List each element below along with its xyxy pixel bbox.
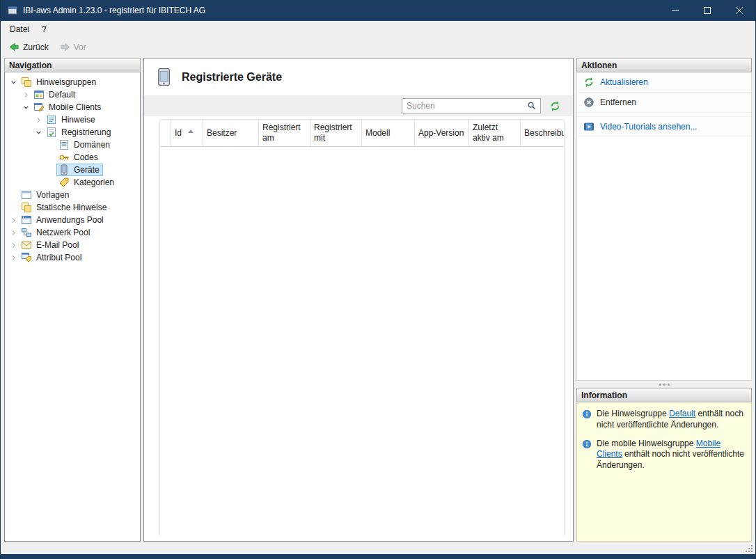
expander-spacer (8, 202, 19, 213)
column-header-app-version[interactable]: App-Version (415, 120, 469, 146)
tree-item-mobile-clients[interactable]: Mobile Clients (5, 101, 140, 113)
actions-header: Aktionen (576, 58, 752, 72)
menu-help[interactable]: ? (36, 22, 53, 36)
maximize-button[interactable] (691, 0, 723, 21)
info-text: Die mobile Hinweisgruppe Mobile Clients … (597, 439, 746, 471)
column-header-id[interactable]: Id (171, 120, 203, 146)
sort-ascending-icon (188, 129, 194, 133)
refresh-button[interactable] (548, 99, 562, 113)
remove-icon (583, 97, 594, 108)
navigation-header: Navigation (4, 58, 141, 72)
column-header-besitzer[interactable]: Besitzer (203, 120, 259, 146)
back-button[interactable]: Zurück (4, 40, 54, 54)
attribute-pool-icon (21, 252, 32, 263)
tree-item-label: Attribut Pool (35, 252, 83, 263)
chevron-right-icon[interactable] (8, 227, 19, 238)
tree-item-email-pool[interactable]: E-Mail Pool (5, 239, 140, 251)
video-icon (583, 121, 594, 132)
tree-item-attribut-pool[interactable]: Attribut Pool (5, 251, 140, 264)
expander-spacer (45, 152, 56, 163)
column-header-zuletzt-aktiv-am[interactable]: Zuletzt aktiv am (469, 120, 521, 146)
expander-spacer (8, 189, 19, 200)
action-label: Aktualisieren (600, 77, 648, 87)
close-button[interactable] (723, 0, 755, 21)
chevron-right-icon[interactable] (8, 214, 19, 226)
splitter-handle[interactable] (576, 381, 752, 388)
domains-icon (58, 139, 70, 150)
expander-spacer (45, 177, 56, 188)
tree-item-hinweisgruppen[interactable]: Hinweisgruppen (5, 76, 140, 88)
title-bar: IBI-aws Admin 1.23.0 - registriert für I… (1, 0, 755, 21)
action-video-tutorials[interactable]: Video-Tutorials ansehen... (577, 116, 751, 136)
table-body-empty (160, 147, 564, 535)
info-icon (582, 409, 592, 419)
notice-group-stack-icon (21, 77, 32, 88)
chevron-right-icon[interactable] (8, 252, 19, 263)
chevron-down-icon[interactable] (33, 127, 44, 138)
search-icon[interactable] (523, 99, 540, 113)
forward-button-label: Vor (74, 42, 86, 52)
tree-item-vorlagen[interactable]: Vorlagen (5, 189, 140, 201)
tree-item-hinweise[interactable]: Hinweise (5, 113, 140, 126)
info-icon (582, 439, 592, 449)
chevron-right-icon[interactable] (20, 89, 31, 100)
device-icon (58, 164, 70, 175)
column-header-registriert-am[interactable]: Registriert am (259, 120, 310, 146)
tree-item-registrierung[interactable]: Registrierung (5, 126, 140, 139)
network-pool-icon (21, 227, 32, 238)
tree-item-label: Default (47, 89, 77, 100)
column-header-registriert-mit[interactable]: Registriert mit (310, 120, 362, 146)
tree-item-statische-hinweise[interactable]: Statische Hinweise (5, 201, 140, 214)
tree-item-anwendungs-pool[interactable]: Anwendungs Pool (5, 214, 140, 226)
forward-button: Vor (55, 40, 91, 54)
tree-item-label: Codes (72, 152, 100, 163)
action-entfernen[interactable]: Entfernen (577, 93, 751, 113)
expander-spacer (45, 139, 56, 150)
tree-item-default[interactable]: Default (5, 88, 140, 101)
chevron-down-icon[interactable] (8, 77, 19, 88)
key-icon (58, 152, 70, 163)
chevron-right-icon[interactable] (33, 114, 44, 125)
menu-datei[interactable]: Datei (3, 22, 36, 36)
tree-item-domaenen[interactable]: Domänen (5, 139, 140, 151)
app-window: IBI-aws Admin 1.23.0 - registriert für I… (0, 0, 756, 559)
info-text: Die Hinweisgruppe Default enthält noch n… (597, 409, 746, 431)
status-bar (1, 543, 755, 554)
actions-list: Aktualisieren Entfernen Video-Tutorials … (576, 72, 752, 381)
tree-item-kategorien[interactable]: Kategorien (5, 176, 140, 189)
column-header-beschreibung[interactable]: Beschreibung (521, 120, 565, 146)
menu-bar: Datei ? (1, 21, 755, 38)
navigation-panel: Navigation Hinweisgruppen Default Mobile… (4, 58, 141, 542)
column-header-modell[interactable]: Modell (362, 120, 415, 146)
info-link-default[interactable]: Default (669, 409, 695, 418)
device-large-icon (157, 68, 172, 87)
registration-icon (46, 127, 57, 138)
refresh-icon (549, 100, 561, 112)
search-input[interactable] (402, 101, 523, 111)
task-panel: Aktionen Aktualisieren Entfernen Video-T… (576, 58, 752, 542)
chevron-down-icon[interactable] (20, 102, 31, 113)
tree-item-label: Mobile Clients (47, 102, 102, 113)
refresh-icon (583, 77, 594, 88)
chevron-right-icon[interactable] (8, 239, 19, 251)
content-area: Navigation Hinweisgruppen Default Mobile… (1, 56, 755, 543)
resize-grip[interactable] (746, 545, 753, 553)
action-aktualisieren[interactable]: Aktualisieren (577, 72, 751, 93)
minimize-button[interactable] (659, 0, 691, 21)
window-title: IBI-aws Admin 1.23.0 - registriert für I… (23, 6, 205, 15)
information-panel: Die Hinweisgruppe Default enthält noch n… (576, 402, 752, 542)
tree-item-geraete[interactable]: Geräte (5, 164, 140, 176)
tree-item-label: Anwendungs Pool (35, 214, 105, 226)
categories-icon (58, 177, 70, 188)
forward-arrow-icon (60, 42, 70, 52)
notices-icon (46, 114, 57, 125)
templates-icon (21, 189, 32, 200)
tree-item-codes[interactable]: Codes (5, 151, 140, 164)
static-notices-icon (21, 202, 32, 213)
page-header: Registrierte Geräte (144, 58, 573, 95)
tree-item-label: Hinweisgruppen (35, 77, 97, 88)
tree-item-label: Statische Hinweise (35, 202, 108, 213)
devices-view: Registrierte Geräte Id (143, 58, 574, 542)
table-header-row: Id Besitzer Registriert am Registriert m… (160, 119, 564, 147)
tree-item-netzwerk-pool[interactable]: Netzwerk Pool (5, 226, 140, 239)
